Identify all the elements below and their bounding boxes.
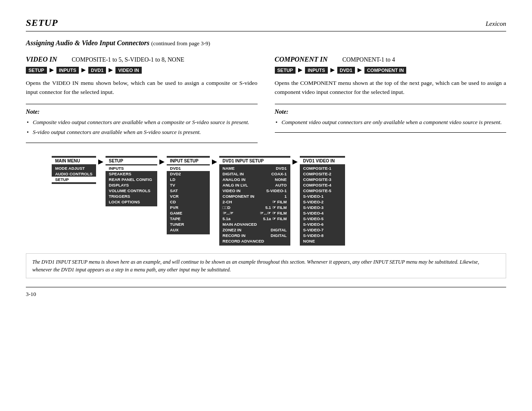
menu-header-setup: SETUP [106, 158, 157, 165]
menu-item-inputs-hl: INPUTS [106, 165, 157, 171]
bc-setup-right: SETUP [275, 67, 296, 74]
bottom-note: The DVD1 INPUT SETUP menu is shown here … [26, 253, 506, 278]
menu-item-displays: DISPLAYS [106, 182, 157, 188]
menu-box-dvd1videoin: DVD1 VIDEO IN COMPOSITE-1 COMPOSITE-2 CO… [300, 156, 345, 246]
page-number: 3-10 [26, 291, 36, 297]
right-note-box: Note: Component video output connectors … [275, 104, 507, 133]
menu-item-ld: LD [167, 177, 210, 182]
svg-marker-3 [298, 68, 302, 72]
bc-inputs-right: INPUTS [305, 67, 327, 74]
bc-videoin-left: VIDEO IN [115, 67, 141, 74]
bottom-note-text: The DVD1 INPUT SETUP menu is shown here … [32, 259, 479, 273]
left-note-box: Note: Composite video output connectors … [26, 104, 258, 143]
menu-item-tuner: TUNER [167, 221, 210, 227]
bc-componentin-right: COMPONENT IN [364, 67, 407, 74]
arrow-3 [210, 159, 219, 165]
svg-marker-7 [159, 159, 165, 165]
svg-marker-1 [81, 68, 86, 72]
left-breadcrumb: SETUP INPUTS DVD1 VIDEO IN [26, 67, 258, 74]
page-footer: 3-10 [26, 287, 506, 298]
svg-marker-9 [292, 159, 298, 165]
menu-item-none: NONE [300, 238, 345, 244]
menu-header-dvd1inputsetup: DVD1 INPUT SETUP [219, 158, 290, 165]
menu-item-speakers: SPEAKERS [106, 171, 157, 177]
left-note-title: Note: [26, 109, 258, 115]
menu-item-51a: 5.1a5.1a ☞ FILM [219, 216, 290, 221]
menu-header-dvd1videoin: DVD1 VIDEO IN [300, 158, 345, 165]
menu-item-comp2: COMPOSITE-2 [300, 171, 345, 177]
arrow-4 [290, 159, 300, 165]
menu-item-lockoptions: LOCK OPTIONS [106, 199, 157, 205]
menu-item-svideo4: S-VIDEO-4 [300, 210, 345, 216]
menu-item-comp1: COMPOSITE-1 [300, 165, 345, 171]
left-body-text: Opens the VIDEO IN menu shown below, whi… [26, 79, 258, 97]
bc-dvd1-left: DVD1 [88, 67, 106, 74]
menu-header-inputsetup: INPUT SETUP [167, 158, 210, 165]
section-subtitle: (continued from page 3-9) [151, 40, 210, 47]
svg-marker-4 [330, 68, 335, 72]
right-heading-row: COMPONENT IN COMPONENT-1 to 4 [275, 56, 507, 63]
menu-item-sat: SAT [167, 188, 210, 193]
menu-item-svideo1: S-VIDEO-1 [300, 193, 345, 199]
menu-item-svideo2: S-VIDEO-2 [300, 199, 345, 205]
right-body-text: Opens the COMPONENT menu shown at the to… [275, 79, 507, 97]
svg-marker-0 [50, 68, 54, 72]
left-heading-row: VIDEO IN COMPOSITE-1 to 5, S-VIDEO-1 to … [26, 56, 258, 63]
menu-item-dts: ☞...☞☞...☞ ☞ FILM [219, 210, 290, 216]
bc-arrow-r2 [330, 67, 336, 73]
menu-item-tape: TAPE [167, 216, 210, 221]
menu-item-name: NAMEDVD1 [219, 165, 290, 171]
menu-item-vcr: VCR [167, 193, 210, 199]
left-heading: VIDEO IN [26, 56, 57, 63]
header-title: SETUP [26, 17, 58, 28]
menu-item-digitalin: DIGITAL INCOAX-1 [219, 171, 290, 177]
left-value: COMPOSITE-1 to 5, S-VIDEO-1 to 8, NONE [72, 56, 184, 63]
two-column-layout: VIDEO IN COMPOSITE-1 to 5, S-VIDEO-1 to … [26, 56, 506, 143]
page: SETUP Lexicon Assigning Audio & Video In… [0, 0, 532, 411]
right-value: COMPONENT-1 to 4 [342, 56, 395, 63]
right-heading: COMPONENT IN [275, 56, 328, 63]
menu-item-dold: □□D5.1 ☞ FILM [219, 205, 290, 210]
menu-item-comp5: COMPOSITE-5 [300, 188, 345, 193]
svg-marker-8 [212, 159, 217, 165]
menu-item-dvd2: DVD2 [167, 171, 210, 177]
arrow-1 [96, 159, 106, 165]
menu-item-analogin: ANALOG INNONE [219, 177, 290, 182]
header-brand: Lexicon [486, 20, 506, 28]
bc-arrow-2 [81, 67, 87, 73]
bc-arrow-3 [108, 67, 114, 73]
svg-marker-5 [358, 68, 362, 72]
right-note-1: Component video output connectors are on… [275, 118, 507, 127]
arrow-2 [157, 159, 167, 165]
menu-item-zone2in: ZONE2 INDIGITAL [219, 227, 290, 233]
menu-box-dvd1inputsetup: DVD1 INPUT SETUP NAMEDVD1 DIGITAL INCOAX… [219, 156, 290, 246]
right-column: COMPONENT IN COMPONENT-1 to 4 SETUP INPU… [275, 56, 507, 143]
bc-setup-left: SETUP [26, 67, 47, 74]
left-note-2: S-video output connectors are available … [26, 128, 258, 137]
section-heading: Assigning Audio & Video Input Connectors… [26, 39, 506, 47]
menu-item-audio: AUDIO CONTROLS [52, 171, 96, 177]
menu-item-svideo8: S-VIDEO-8 [300, 233, 345, 238]
menu-box-main: MAIN MENU MODE ADJUST AUDIO CONTROLS SET… [52, 156, 96, 184]
section-title: Assigning Audio & Video Input Connectors [26, 39, 149, 47]
menu-diagram: MAIN MENU MODE ADJUST AUDIO CONTROLS SET… [52, 156, 506, 246]
menu-item-cd: CD [167, 199, 210, 205]
menu-item-svideo3: S-VIDEO-3 [300, 205, 345, 210]
menu-item-comp3: COMPOSITE-3 [300, 177, 345, 182]
left-note-1: Composite video output connectors are av… [26, 118, 258, 127]
bc-dvd1-right: DVD1 [337, 67, 355, 74]
menu-box-setup: SETUP INPUTS SPEAKERS REAR PANEL CONFIG … [106, 156, 157, 206]
menu-item-svideo6: S-VIDEO-6 [300, 221, 345, 227]
bc-inputs-left: INPUTS [56, 67, 79, 74]
menu-item-recordadvanced: RECORD ADVANCED [219, 238, 290, 244]
bc-arrow-1 [49, 67, 55, 73]
menu-item-tv: TV [167, 182, 210, 188]
svg-marker-6 [98, 159, 103, 165]
menu-item-2ch: 2-CH☞ FILM [219, 199, 290, 205]
menu-item-setup-hl: SETUP [52, 177, 96, 182]
menu-item-game: GAME [167, 210, 210, 216]
menu-item-svideo7: S-VIDEO-7 [300, 227, 345, 233]
right-breadcrumb: SETUP INPUTS DVD1 COMPONENT IN [275, 67, 507, 74]
menu-item-comp4: COMPOSITE-4 [300, 182, 345, 188]
menu-item-anlginlvl: ANLG IN LVLAUTO [219, 182, 290, 188]
